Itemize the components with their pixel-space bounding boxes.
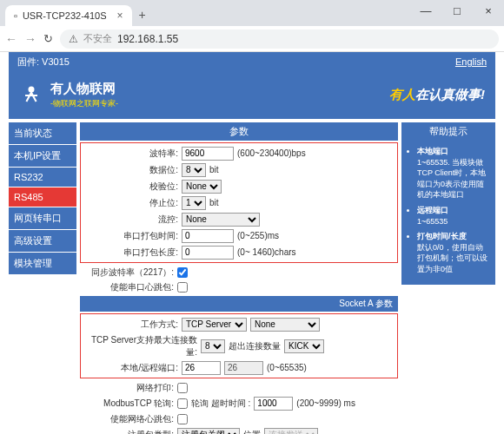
back-icon[interactable]: ← xyxy=(5,32,17,46)
reg-label: 注册包类型: xyxy=(80,429,174,435)
hero-subtitle: -物联网之联网专家- xyxy=(50,98,118,109)
tab-favicon: ▫ xyxy=(14,10,17,21)
sync-label: 同步波特率（2217）: xyxy=(80,266,174,279)
hero-slogan: 有人在认真做事! xyxy=(389,87,485,103)
sidebar-item-webserial[interactable]: 网页转串口 xyxy=(9,207,76,229)
firmware-bar: 固件: V3015 English xyxy=(9,52,495,71)
packlen-label: 串口打包长度: xyxy=(84,247,178,259)
socket-a-header: Socket A 参数 xyxy=(80,296,398,312)
localport-input[interactable] xyxy=(182,361,221,375)
address-bar: ← → ↻ ⚠ 不安全 192.168.1.55 xyxy=(0,26,504,52)
sidebar-item-advanced[interactable]: 高级设置 xyxy=(9,230,76,252)
packtime-label: 串口打包时间: xyxy=(84,230,178,242)
help-header: 帮助提示 xyxy=(401,122,495,141)
insecure-icon: ⚠ xyxy=(69,33,78,45)
packlen-input[interactable] xyxy=(182,246,234,260)
logo-icon xyxy=(19,83,43,108)
serial-params-box: 波特率:(600~230400)bps 数据位:8bit 校验位:None 停止… xyxy=(80,142,398,263)
databits-select[interactable]: 8 xyxy=(182,163,206,177)
close-window-icon[interactable]: × xyxy=(473,0,504,21)
section-params: 参数 xyxy=(80,122,398,141)
parity-select[interactable]: None xyxy=(182,180,222,194)
forward-icon: → xyxy=(24,32,36,46)
databits-label: 数据位: xyxy=(84,164,178,176)
baud-input[interactable] xyxy=(182,147,234,161)
modbus-checkbox[interactable] xyxy=(177,398,188,409)
url-input[interactable]: ⚠ 不安全 192.168.1.55 xyxy=(60,30,499,49)
kick-select[interactable]: KICK xyxy=(284,339,324,353)
help-body: 本地端口1~65535. 当模块做TCP Client时，本地端口为0表示使用随… xyxy=(401,141,495,285)
mode2-select[interactable]: None xyxy=(250,318,320,332)
mode-label: 工作方式: xyxy=(84,319,178,331)
poll-input[interactable] xyxy=(254,397,293,411)
serialhb-label: 使能串口心跳包: xyxy=(80,281,174,293)
browser-tab[interactable]: ▫ USR-TCP232-410S × xyxy=(5,5,132,26)
hero-title: 有人物联网 xyxy=(50,81,118,97)
sidebar-item-rs485[interactable]: RS485 xyxy=(9,187,76,207)
close-icon[interactable]: × xyxy=(117,10,123,22)
english-link[interactable]: English xyxy=(455,56,487,67)
url-text: 192.168.1.55 xyxy=(117,33,178,45)
netprint-checkbox[interactable] xyxy=(177,383,188,393)
insecure-label: 不安全 xyxy=(83,32,112,45)
parity-label: 校验位: xyxy=(84,181,178,193)
tab-title: USR-TCP232-410S xyxy=(23,10,107,21)
stopbits-label: 停止位: xyxy=(84,197,178,209)
stopbits-select[interactable]: 1 xyxy=(182,196,206,210)
mode-select[interactable]: TCP Server xyxy=(182,318,247,332)
firmware-label: 固件: V3015 xyxy=(17,56,70,69)
loc-select[interactable]: 连接发送 xyxy=(264,428,318,435)
maxconn-select[interactable]: 8 xyxy=(201,339,225,353)
baud-label: 波特率: xyxy=(84,148,178,160)
sidebar-item-ip[interactable]: 本机IP设置 xyxy=(9,145,76,167)
sidebar: 当前状态 本机IP设置 RS232 RS485 网页转串口 高级设置 模块管理 xyxy=(9,122,76,434)
hero-banner: 有人物联网 -物联网之联网专家- 有人在认真做事! xyxy=(9,71,495,119)
svg-point-0 xyxy=(29,86,35,92)
flow-label: 流控: xyxy=(84,214,178,226)
browser-tabstrip: ▫ USR-TCP232-410S × + — □ × xyxy=(0,0,504,26)
modbus-label: ModbusTCP 轮询: xyxy=(80,398,174,410)
new-tab-button[interactable]: + xyxy=(132,3,153,26)
maximize-icon[interactable]: □ xyxy=(441,0,473,21)
flow-select[interactable]: None xyxy=(182,213,260,227)
nethb-checkbox[interactable] xyxy=(177,414,188,424)
sidebar-item-rs232[interactable]: RS232 xyxy=(9,168,76,187)
sidebar-item-status[interactable]: 当前状态 xyxy=(9,122,76,144)
minimize-icon[interactable]: — xyxy=(410,0,441,21)
sync-checkbox[interactable] xyxy=(177,267,188,278)
reload-icon[interactable]: ↻ xyxy=(43,32,53,45)
socket-a-box: 工作方式:TCP ServerNone TCP Server支持最大连接数量:8… xyxy=(80,313,398,378)
packtime-input[interactable] xyxy=(182,229,234,243)
serialhb-checkbox[interactable] xyxy=(177,282,188,293)
maxconn-label: TCP Server支持最大连接数量: xyxy=(84,334,197,358)
netprint-label: 网络打印: xyxy=(80,382,174,394)
reg-select[interactable]: 注册包关闭 xyxy=(177,428,240,435)
sidebar-item-module[interactable]: 模块管理 xyxy=(9,253,76,274)
port-label: 本地/远程端口: xyxy=(84,362,178,374)
remoteport-input xyxy=(224,361,263,375)
nethb-label: 使能网络心跳包: xyxy=(80,413,174,425)
